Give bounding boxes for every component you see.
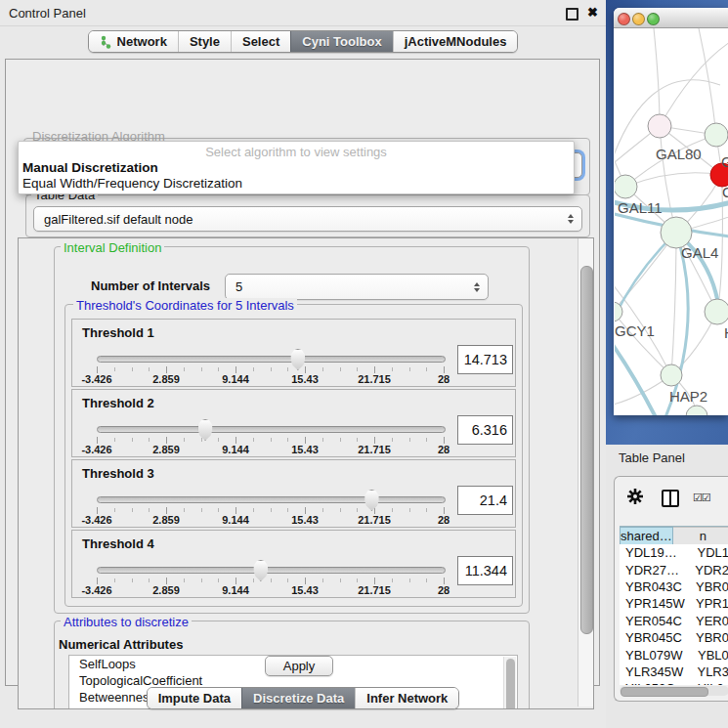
- split-view-icon[interactable]: [662, 490, 679, 507]
- slider-thumb[interactable]: [197, 419, 214, 441]
- network-edge[interactable]: [654, 28, 660, 126]
- slider-tick: [253, 578, 254, 582]
- table-row[interactable]: YBR043CYBR0: [620, 578, 728, 595]
- network-node-green[interactable]: [705, 123, 728, 147]
- table-panel-title: Table Panel: [619, 450, 685, 465]
- threshold-value-field[interactable]: [457, 556, 513, 585]
- slider-tick: [322, 508, 323, 512]
- slider-track[interactable]: [97, 356, 446, 363]
- number-of-intervals-combobox[interactable]: 5: [225, 274, 489, 300]
- slider-track[interactable]: [97, 496, 446, 503]
- tab-label: Network: [117, 34, 167, 49]
- slider-thumb[interactable]: [252, 560, 269, 581]
- column-header-name[interactable]: n: [673, 527, 728, 545]
- slider-tick: [149, 578, 150, 582]
- close-icon[interactable]: ✖: [587, 5, 598, 20]
- table-row[interactable]: YBL079WYBL0: [620, 646, 728, 663]
- threshold-value-field[interactable]: [457, 486, 513, 515]
- table-panel-window: ☑☑ shared… n YDL19…YDL1YDR27…YDR2YBR043C…: [614, 476, 728, 702]
- slider-tick: [184, 508, 185, 512]
- horizontal-scrollbar[interactable]: [620, 686, 728, 696]
- network-edge-thick[interactable]: [615, 233, 676, 329]
- tab-jactivemnodules[interactable]: jActiveMNodules: [393, 31, 518, 52]
- network-edge-thick[interactable]: [615, 339, 656, 415]
- network-node-pink[interactable]: [648, 114, 671, 138]
- table-cell: YBR0: [693, 630, 728, 645]
- algorithm-option[interactable]: Manual Discretization: [22, 160, 158, 175]
- slider-tick: [305, 366, 306, 373]
- table-row[interactable]: YPR145WYPR1: [620, 595, 728, 612]
- network-view-window: GAL80G.CGAL11GAL4GCY1HHAP2: [614, 8, 728, 415]
- table-cell: YDR27…: [620, 563, 692, 578]
- gear-icon[interactable]: [626, 488, 644, 505]
- tab-discretize-data[interactable]: Discretize Data: [241, 688, 355, 708]
- threshold-value-field[interactable]: [457, 415, 513, 445]
- table-row[interactable]: YDL19…YDL1: [620, 544, 728, 561]
- vertical-scrollbar[interactable]: [578, 238, 593, 707]
- tab-infer-network[interactable]: Infer Network: [355, 688, 458, 708]
- horizontal-scrollbar-thumb[interactable]: [621, 687, 708, 697]
- column-header-shared[interactable]: shared…: [620, 527, 673, 545]
- slider-tick: [426, 367, 427, 371]
- threshold-label: Threshold 2: [82, 396, 154, 410]
- slider-track[interactable]: [97, 426, 446, 433]
- slider-tick: [426, 438, 427, 442]
- combo-stepper-icon: [474, 282, 488, 292]
- tab-cyni-toolbox[interactable]: Cyni Toolbox: [290, 31, 392, 52]
- thresholds-group-title: Threshold's Coordinates for 5 Intervals: [73, 298, 297, 313]
- network-window-titlebar: [614, 8, 728, 28]
- slider-tick: [166, 366, 167, 373]
- network-node-green[interactable]: [705, 299, 728, 324]
- mac-zoom-button[interactable]: [647, 13, 660, 25]
- slider-thumb[interactable]: [289, 349, 306, 370]
- threshold-label: Threshold 3: [82, 466, 154, 481]
- threshold-block: Threshold 4-3.4262.8599.14415.4321.71528: [71, 530, 516, 598]
- tab-label: Discretize Data: [253, 691, 344, 706]
- slider-tick: [166, 507, 167, 514]
- tab-select[interactable]: Select: [231, 31, 290, 52]
- table-row[interactable]: YIL052CYIL0: [620, 680, 728, 685]
- network-node-green[interactable]: [615, 175, 637, 198]
- select-columns-icon[interactable]: ☑☑: [693, 492, 710, 504]
- slider-tick-label: 2.859: [152, 514, 180, 526]
- vertical-scrollbar-thumb[interactable]: [580, 266, 593, 634]
- tab-network[interactable]: Network: [89, 31, 178, 52]
- threshold-value-field[interactable]: [457, 345, 513, 374]
- apply-button[interactable]: Apply: [265, 656, 333, 676]
- slider-tick: [287, 438, 288, 442]
- tab-label: Infer Network: [366, 691, 448, 706]
- slider-tick-label: 21.715: [358, 514, 391, 526]
- numerical-attributes-label: Numerical Attributes: [59, 637, 183, 652]
- node-label: GAL4: [681, 244, 718, 261]
- slider-tick: [149, 508, 150, 512]
- table-row[interactable]: YLR345WYLR3: [620, 664, 728, 680]
- slider-track[interactable]: [97, 567, 446, 574]
- network-edge[interactable]: [671, 233, 676, 375]
- slider-tick: [218, 508, 219, 512]
- table-data-combobox[interactable]: galFiltered.sif default node: [33, 206, 582, 232]
- slider-thumb[interactable]: [364, 490, 380, 511]
- combo-stepper-icon: [568, 214, 581, 224]
- table-row[interactable]: YER054CYER0: [620, 613, 728, 629]
- table-row[interactable]: YDR27…YDR2: [620, 561, 728, 578]
- table-cell: YBR043C: [620, 579, 693, 594]
- interval-definition-title: Interval Definition: [61, 240, 164, 255]
- network-canvas[interactable]: GAL80G.CGAL11GAL4GCY1HHAP2: [615, 28, 728, 415]
- slider-tick: [392, 578, 393, 582]
- node-label: G.: [721, 153, 728, 170]
- slider-tick-label: 15.43: [291, 514, 319, 526]
- algorithm-option[interactable]: Equal Width/Frequency Discretization: [22, 176, 242, 191]
- tab-style[interactable]: Style: [178, 31, 231, 52]
- tab-label: Style: [190, 34, 220, 49]
- tab-impute-data[interactable]: Impute Data: [148, 688, 241, 708]
- mac-close-button[interactable]: [618, 13, 630, 25]
- network-edge[interactable]: [660, 126, 676, 233]
- table-row[interactable]: YBR045CYBR0: [620, 629, 728, 646]
- algorithm-prompt-item[interactable]: Select algorithm to view settings: [19, 145, 574, 159]
- network-node-green[interactable]: [661, 364, 682, 386]
- slider-tick: [97, 437, 98, 444]
- network-node-green[interactable]: [686, 406, 707, 415]
- network-edge[interactable]: [615, 312, 671, 375]
- mac-minimize-button[interactable]: [632, 13, 645, 25]
- float-window-icon[interactable]: [566, 8, 578, 21]
